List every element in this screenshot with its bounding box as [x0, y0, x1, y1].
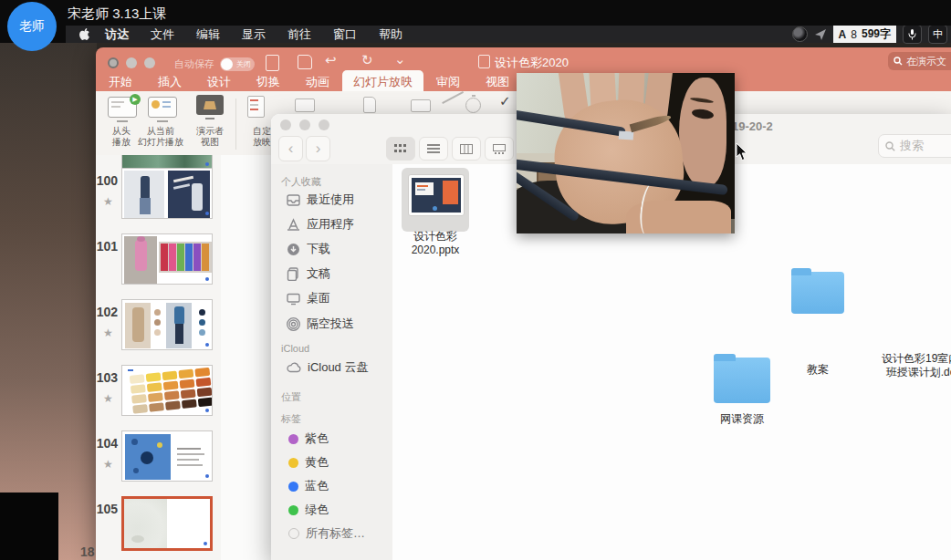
sidebar-item-desktop[interactable]: 桌面	[287, 290, 330, 306]
slide-thumbnail[interactable]	[121, 299, 213, 350]
search-icon	[885, 141, 895, 151]
export-slide-icon[interactable]	[363, 97, 376, 113]
sidebar-item-icloud-drive[interactable]: iCloud 云盘	[287, 359, 368, 376]
tag-dot-blue	[288, 482, 298, 492]
gallery-icon	[493, 144, 506, 154]
forward-button[interactable]: ›	[306, 136, 330, 161]
presenter-view-icon[interactable]	[196, 95, 224, 115]
search-icon	[894, 57, 903, 66]
slide-thumbnail[interactable]	[121, 233, 213, 285]
location-arrow-icon[interactable]	[814, 28, 827, 41]
slide-thumbnail[interactable]	[121, 430, 213, 482]
folder-wangke-label[interactable]: 网课资源	[710, 412, 774, 426]
tab-view[interactable]: 视图	[473, 71, 522, 93]
menu-view[interactable]: 显示	[242, 26, 266, 43]
rehearse-icon[interactable]	[295, 99, 315, 112]
checkmark-icon[interactable]: ✓	[499, 93, 511, 109]
columns-icon	[460, 144, 473, 154]
documents-icon	[287, 267, 300, 281]
desktop-icon	[287, 292, 300, 306]
slide-number: 102	[96, 305, 118, 319]
slide-thumbnail-selected[interactable]	[121, 496, 213, 551]
folder-wangke-icon[interactable]	[714, 358, 770, 403]
sidebar-header-icloud: iCloud	[281, 343, 309, 354]
custom-show-icon[interactable]	[247, 96, 265, 118]
finder-window-title: 19-20-2	[732, 119, 773, 133]
menu-go[interactable]: 前往	[287, 26, 311, 43]
all-tags-icon	[288, 528, 299, 539]
file-pptx-label[interactable]: 设计色彩2020.pptx	[397, 230, 474, 257]
avatar: 老师	[7, 2, 57, 51]
ppt-window-title: 设计色彩2020	[495, 56, 569, 69]
webcam-face	[679, 78, 726, 187]
tab-transitions[interactable]: 切换	[244, 71, 293, 93]
menu-finder[interactable]: 访达	[105, 26, 129, 43]
sidebar-all-tags[interactable]: 所有标签…	[287, 525, 365, 542]
tab-home[interactable]: 开始	[96, 71, 145, 93]
tag-dot-purple	[288, 434, 298, 444]
stopwatch-icon[interactable]	[465, 98, 481, 113]
slide-thumbnail[interactable]	[121, 168, 213, 219]
slide-number: 103	[96, 370, 118, 385]
tab-animations[interactable]: 动画	[293, 71, 342, 93]
input-method-icon[interactable]: 中	[928, 25, 947, 44]
star-icon: ★	[103, 392, 113, 405]
sidebar-header-favorites: 个人收藏	[281, 175, 321, 189]
menu-file[interactable]: 文件	[151, 26, 174, 43]
file-doc-label[interactable]: 设计色彩19室内1班授课计划.doc	[869, 352, 951, 379]
meeting-title: 宋老师 3.13上课	[68, 5, 166, 23]
finder-sidebar: 个人收藏 最近使用 应用程序 下载 文稿 桌面	[271, 164, 393, 560]
folder-jiaoan-label[interactable]: 教案	[787, 363, 849, 377]
browser-status-icon[interactable]	[792, 26, 808, 42]
apple-logo-icon[interactable]	[78, 27, 90, 41]
sidebar-tag-purple[interactable]: 紫色	[287, 430, 329, 447]
sidebar-tag-blue[interactable]: 蓝色	[287, 478, 329, 494]
list-view-button[interactable]	[419, 137, 448, 161]
tag-dot-yellow	[288, 458, 298, 468]
applications-icon	[287, 218, 300, 232]
finder-search-field[interactable]: 搜索	[878, 134, 951, 158]
webcam-video-window[interactable]	[517, 73, 735, 233]
column-view-button[interactable]	[452, 137, 481, 161]
slide-number: 101	[96, 239, 118, 254]
file-pptx-icon[interactable]	[408, 174, 465, 216]
desktop-wallpaper	[0, 43, 97, 560]
screen: 18 自动保存 关闭 ↩ ↻ ⌄ 设计色彩2020 在演示文 开始	[0, 0, 951, 560]
sidebar-item-documents[interactable]: 文稿	[287, 265, 330, 282]
star-icon: ★	[103, 327, 113, 339]
microphone-status-icon[interactable]	[903, 25, 922, 44]
ppt-editing-area	[221, 155, 277, 560]
slide-thumbnail-panel: 100 ★ 101	[96, 155, 221, 560]
finder-traffic-lights[interactable]	[280, 119, 329, 130]
close-button[interactable]	[280, 119, 291, 130]
mouse-cursor	[736, 143, 749, 165]
ppt-search-field[interactable]: 在演示文	[888, 52, 951, 70]
sidebar-item-recents[interactable]: 最近使用	[287, 192, 354, 208]
sidebar-item-applications[interactable]: 应用程序	[287, 216, 354, 233]
sidebar-tag-yellow[interactable]: 黄色	[287, 454, 329, 471]
icon-view-button[interactable]	[386, 137, 415, 161]
folder-jiaoan-icon[interactable]	[791, 272, 844, 314]
menu-window[interactable]: 窗口	[333, 26, 357, 43]
gallery-view-button[interactable]	[485, 137, 514, 161]
menu-edit[interactable]: 编辑	[196, 26, 220, 43]
tab-design[interactable]: 设计	[194, 71, 244, 93]
zoom-button[interactable]	[319, 119, 329, 130]
play-from-current-icon[interactable]	[148, 97, 177, 118]
sidebar-item-airdrop[interactable]: 隔空投送	[287, 316, 354, 332]
grid-icon	[394, 144, 407, 154]
minimize-button[interactable]	[299, 119, 310, 130]
play-from-start-icon[interactable]: ▶	[108, 97, 137, 118]
slide-size-icon[interactable]	[411, 99, 431, 112]
sidebar-item-downloads[interactable]: 下载	[287, 241, 330, 257]
tag-dot-green	[288, 505, 298, 515]
hide-slide-icon[interactable]	[442, 91, 464, 104]
tab-review[interactable]: 审阅	[423, 71, 473, 93]
sidebar-tag-green[interactable]: 绿色	[287, 502, 329, 518]
word-count-widget[interactable]: A 8 599字	[833, 26, 896, 43]
desktop-dark-region	[0, 493, 58, 560]
slide-thumbnail[interactable]	[121, 365, 213, 416]
back-button[interactable]: ‹	[278, 136, 303, 161]
tab-insert[interactable]: 插入	[145, 71, 194, 93]
menu-help[interactable]: 帮助	[379, 26, 402, 43]
